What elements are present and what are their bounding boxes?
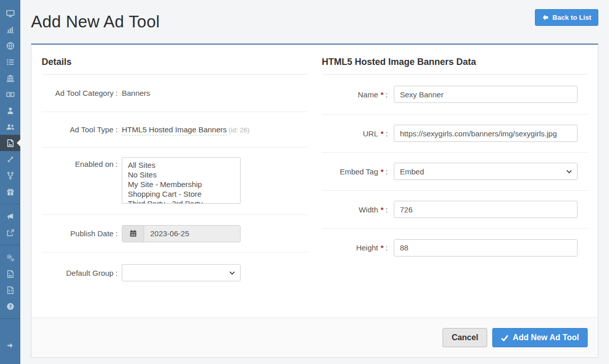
image-file-icon <box>6 270 15 278</box>
height-input[interactable] <box>394 239 578 257</box>
sidebar-item-collapse[interactable] <box>0 337 20 353</box>
embed-tag-label: Embed Tag*: <box>322 167 388 176</box>
listbox-option[interactable]: Third Party - 3rd Party <box>128 199 240 204</box>
sidebar-item-payments[interactable] <box>0 86 20 102</box>
ad-tool-type-label: Ad Tool Type : <box>42 125 118 134</box>
listbox-option[interactable]: No Sites <box>128 170 240 179</box>
sidebar-item-templates[interactable] <box>0 282 20 298</box>
chevron-down-icon <box>566 170 572 174</box>
globe-icon <box>6 42 15 50</box>
embed-tag-row: Embed Tag*: Embed <box>322 153 588 191</box>
embed-tag-select[interactable]: Embed <box>394 163 578 180</box>
publish-date-input[interactable] <box>144 226 240 242</box>
ad-tool-type-row: Ad Tool Type : HTML5 Hosted Image Banner… <box>42 112 308 148</box>
ad-tool-category-value: Banners <box>122 89 150 97</box>
image-file-icon <box>6 139 15 148</box>
height-row: Height*: <box>322 229 588 267</box>
required-marker: * <box>381 90 384 99</box>
enabled-on-label: Enabled on : <box>42 148 118 168</box>
form-panel: Details Ad Tool Category : Banners Ad To… <box>31 44 598 358</box>
height-label: Height*: <box>322 243 388 252</box>
sidebar-item-user[interactable] <box>0 102 20 119</box>
publish-date-row: Publish Date : <box>42 215 308 252</box>
bank-icon <box>6 74 15 83</box>
sidebar-item-help[interactable]: ? <box>0 298 20 314</box>
sidebar-item-billing[interactable] <box>0 70 20 86</box>
sidebar-item-announcements[interactable] <box>0 208 20 225</box>
url-label: URL*: <box>322 129 388 138</box>
default-group-label: Default Group : <box>42 269 118 277</box>
required-marker: * <box>381 129 384 138</box>
publish-date-label: Publish Date : <box>42 229 118 238</box>
listbox-option[interactable]: Shopping Cart - Store <box>128 189 240 199</box>
name-row: Name*: <box>322 75 588 115</box>
sidebar-divider <box>0 245 20 245</box>
details-section: Details Ad Tool Category : Banners Ad To… <box>42 45 308 293</box>
add-new-ad-tool-button[interactable]: Add New Ad Tool <box>492 328 588 347</box>
url-input[interactable] <box>394 125 578 142</box>
sidebar-divider <box>0 204 20 204</box>
width-label: Width*: <box>322 205 388 214</box>
sidebar-item-ad-tools[interactable] <box>0 135 20 151</box>
sidebar-item-settings[interactable] <box>0 249 20 266</box>
width-input[interactable] <box>394 201 578 218</box>
users-icon <box>6 123 15 131</box>
banner-data-heading: HTML5 Hosted Image Banners Data <box>322 57 588 75</box>
sidebar-item-dashboard[interactable] <box>0 5 20 21</box>
active-notch <box>17 139 20 147</box>
sidebar-divider <box>0 318 20 319</box>
sidebar-item-traffic[interactable] <box>0 151 20 167</box>
listbox-option[interactable]: All Sites <box>128 160 240 170</box>
embed-tag-selected-value: Embed <box>400 167 424 176</box>
sidebar-item-media[interactable] <box>0 266 20 282</box>
ad-tool-category-label: Ad Tool Category : <box>42 89 118 97</box>
fork-icon <box>6 171 15 180</box>
sidebar: ? <box>0 0 20 364</box>
arrow-left-icon <box>542 14 549 21</box>
default-group-select[interactable] <box>122 264 241 281</box>
page-header: Add New Ad Tool Back to List <box>20 0 609 44</box>
name-input[interactable] <box>394 86 578 103</box>
enabled-on-row: Enabled on : All Sites No Sites My Site … <box>42 148 308 215</box>
required-marker: * <box>381 243 384 252</box>
name-label: Name*: <box>322 90 388 99</box>
calendar-button[interactable] <box>122 226 144 242</box>
details-heading: Details <box>42 57 308 75</box>
sidebar-item-sites[interactable] <box>0 38 20 54</box>
gears-icon <box>6 253 15 262</box>
check-icon <box>501 335 509 341</box>
width-row: Width*: <box>322 191 588 229</box>
sidebar-item-promotions[interactable] <box>0 184 20 200</box>
cancel-button[interactable]: Cancel <box>443 328 487 347</box>
gift-icon <box>6 188 15 196</box>
back-to-list-button[interactable]: Back to List <box>535 9 598 26</box>
form-footer: Cancel Add New Ad Tool <box>31 317 598 357</box>
user-icon <box>6 106 15 115</box>
listbox-option[interactable]: My Site - Membership <box>128 179 240 189</box>
publish-date-group <box>122 225 241 242</box>
calendar-icon <box>129 230 137 237</box>
list-icon <box>6 58 15 66</box>
chevron-down-icon <box>229 271 235 275</box>
sidebar-item-lists[interactable] <box>0 54 20 70</box>
sidebar-item-members[interactable] <box>0 119 20 135</box>
money-icon <box>6 90 15 99</box>
required-marker: * <box>381 205 384 214</box>
banner-data-section: HTML5 Hosted Image Banners Data Name*: U… <box>322 45 588 293</box>
code-file-icon <box>6 286 15 295</box>
sidebar-item-reports[interactable] <box>0 21 20 38</box>
expand-arrows-icon <box>6 155 15 164</box>
required-marker: * <box>381 167 384 176</box>
help-icon: ? <box>6 302 15 311</box>
enabled-on-listbox[interactable]: All Sites No Sites My Site - Membership … <box>122 157 241 204</box>
ad-tool-type-value: HTML5 Hosted Image Banners <box>122 125 227 135</box>
sidebar-item-integrations[interactable] <box>0 167 20 184</box>
ad-tool-type-id: (id: 26) <box>229 126 249 134</box>
page-title: Add New Ad Tool <box>31 12 160 31</box>
desktop-icon <box>6 9 15 18</box>
bar-chart-icon <box>6 25 15 34</box>
sidebar-item-share[interactable] <box>0 225 20 241</box>
megaphone-icon <box>6 212 15 221</box>
default-group-row: Default Group : <box>42 252 308 293</box>
share-icon <box>6 229 15 237</box>
